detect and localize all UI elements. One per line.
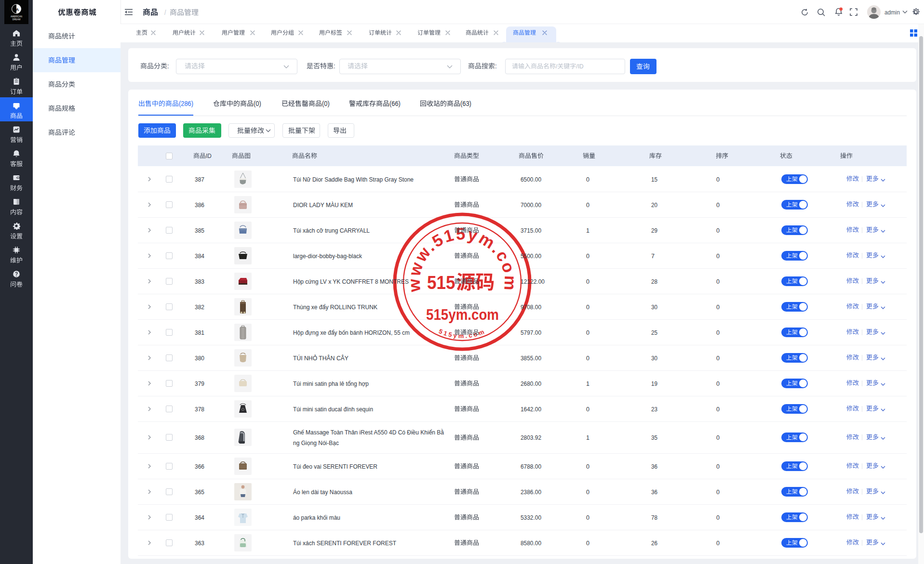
svg-text:3855.00: 3855.00 [521,354,541,362]
svg-text:5797.00: 5797.00 [521,329,541,336]
svg-text:5332.00: 5332.00 [521,514,541,521]
svg-text:15: 15 [651,176,657,183]
svg-text:/ID: /ID [576,63,583,70]
svg-text::: : [495,62,497,70]
svg-text:0: 0 [586,354,589,362]
svg-text:Túi mini satin ducal đính sequ: Túi mini satin ducal đính sequin [293,406,373,413]
svg-text:Túi xách SERENTI FOREVER FORES: Túi xách SERENTI FOREVER FOREST [293,539,396,547]
svg-text:0: 0 [716,380,720,387]
svg-text:0: 0 [586,539,589,547]
svg-text:380: 380 [195,354,204,362]
svg-text:0: 0 [716,514,720,521]
svg-text:1: 1 [586,434,589,441]
svg-text:0: 0 [716,227,720,234]
svg-text:0: 0 [586,278,589,285]
svg-text:381: 381 [195,329,204,336]
svg-text:364: 364 [195,514,204,521]
svg-text::: : [334,62,335,70]
svg-text:20: 20 [651,201,657,209]
svg-text:2803.92: 2803.92 [521,434,541,441]
svg-text:0: 0 [586,406,589,413]
svg-text::: : [167,62,169,70]
svg-text:0: 0 [586,303,589,311]
svg-text:áo parka khối màu: áo parka khối màu [293,514,340,521]
svg-text:Túi đeo vai SERENTI FOREVER: Túi đeo vai SERENTI FOREVER [293,463,377,470]
svg-text:0: 0 [586,514,589,521]
svg-text:0: 0 [716,252,720,260]
svg-text:28: 28 [651,278,657,285]
svg-text:1: 1 [586,380,589,387]
svg-text:36: 36 [651,463,657,470]
svg-text:366: 366 [195,463,204,470]
svg-text:387: 387 [195,176,204,183]
svg-text:0: 0 [716,539,720,547]
svg-text:large-dior-bobby-bag-black: large-dior-bobby-bag-black [293,252,362,260]
svg-text:Áo len dài tay Naoussa: Áo len dài tay Naoussa [293,488,353,496]
svg-text:5500.00: 5500.00 [521,252,541,260]
svg-text:(63): (63) [460,100,471,107]
svg-text:386: 386 [195,201,204,209]
svg-text:Túi xách cỡ trung CARRYALL: Túi xách cỡ trung CARRYALL [293,227,370,234]
svg-text:0: 0 [586,252,589,260]
svg-text:0: 0 [716,329,720,336]
svg-text:0: 0 [716,278,720,285]
svg-text:7: 7 [651,252,655,260]
svg-text:30: 30 [651,354,657,362]
svg-text:3715.00: 3715.00 [521,227,541,234]
svg-text:384: 384 [195,252,204,260]
svg-text:0: 0 [716,354,720,362]
svg-text:12122.00: 12122.00 [521,278,545,285]
svg-text:Ghế Massage Toàn Thân iRest A5: Ghế Massage Toàn Thân iRest A550 4D Có Đ… [293,429,444,436]
svg-text:admin: admin [884,9,900,16]
svg-text:383: 383 [195,278,204,285]
svg-text:ng Giọng Nói-Bạc: ng Giọng Nói-Bạc [293,439,339,446]
svg-text:1: 1 [586,227,589,234]
svg-text:0: 0 [716,303,720,311]
svg-text:(66): (66) [389,100,401,107]
svg-text:Hộp cứng LV x YK CONFFRET 8 MO: Hộp cứng LV x YK CONFFRET 8 MONTRES [293,278,409,285]
svg-text:379: 379 [195,380,204,387]
svg-text:ID: ID [206,152,212,159]
svg-text:7000.00: 7000.00 [521,201,541,209]
svg-text:378: 378 [195,406,204,413]
svg-text:35: 35 [651,434,657,441]
svg-text:36: 36 [651,488,657,496]
svg-text:/: / [164,9,166,16]
svg-text:/: / [556,63,558,70]
svg-text:0: 0 [716,406,720,413]
svg-text:6788.00: 6788.00 [521,463,541,470]
svg-text:368: 368 [195,434,204,441]
svg-text:8580.00: 8580.00 [521,539,541,547]
svg-text:30: 30 [651,303,657,311]
svg-text:29: 29 [651,227,657,234]
svg-text:(0): (0) [254,100,261,107]
svg-text:(0): (0) [322,100,330,107]
svg-text:0: 0 [586,329,589,336]
svg-text:1642.00: 1642.00 [521,406,541,413]
svg-text:0: 0 [716,434,720,441]
svg-text:2680.00: 2680.00 [521,380,541,387]
svg-text:0: 0 [716,176,720,183]
svg-text:Thùng xe đẩy ROLLING TRUNK: Thùng xe đẩy ROLLING TRUNK [293,303,377,311]
svg-text:385: 385 [195,227,204,234]
svg-text:0: 0 [716,463,720,470]
svg-text:25: 25 [651,329,657,336]
svg-text:26: 26 [651,539,657,547]
svg-text:(286): (286) [179,100,193,107]
svg-text:0: 0 [716,488,720,496]
svg-text:6500.00: 6500.00 [521,176,541,183]
svg-text:78: 78 [651,514,657,521]
svg-text:363: 363 [195,539,204,547]
svg-text:0: 0 [586,201,589,209]
svg-text:9708.00: 9708.00 [521,303,541,311]
svg-text:DIOR LADY MÀU KEM: DIOR LADY MÀU KEM [293,201,353,209]
svg-text:Túi Nữ Dior Saddle Bag With St: Túi Nữ Dior Saddle Bag With Strap Gray S… [293,176,414,183]
svg-text:23: 23 [651,406,657,413]
svg-text:0: 0 [586,488,589,496]
svg-text:2386.00: 2386.00 [521,488,541,496]
svg-text:0: 0 [716,201,720,209]
svg-text:19: 19 [651,380,657,387]
svg-text:382: 382 [195,303,204,311]
svg-text:TÚI NHỎ THÂN CÂY: TÚI NHỎ THÂN CÂY [293,354,348,362]
svg-text:365: 365 [195,488,204,496]
